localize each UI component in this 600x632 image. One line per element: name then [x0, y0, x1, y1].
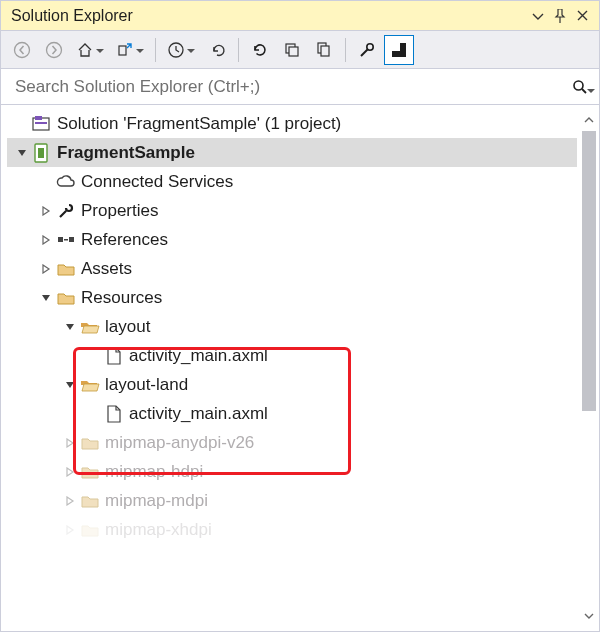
svg-rect-14	[35, 122, 47, 124]
search-bar	[1, 69, 599, 105]
tree-row-file[interactable]: activity_main.axml	[7, 399, 577, 428]
expander-expanded-icon[interactable]	[61, 318, 79, 336]
toolbar	[1, 31, 599, 69]
expander-collapsed-icon[interactable]	[37, 260, 55, 278]
svg-rect-5	[289, 47, 298, 56]
tree-label: Properties	[81, 201, 158, 221]
tree-row-file[interactable]: activity_main.axml	[7, 341, 577, 370]
titlebar: Solution Explorer	[1, 1, 599, 31]
tree-row-properties[interactable]: Properties	[7, 196, 577, 225]
solution-icon	[31, 113, 53, 135]
svg-rect-19	[64, 239, 68, 241]
scroll-down-icon[interactable]	[580, 607, 598, 625]
svg-point-1	[47, 42, 62, 57]
solution-explorer-panel: Solution Explorer	[0, 0, 600, 632]
sync-with-active-document-button[interactable]	[111, 35, 149, 65]
folder-icon	[55, 258, 77, 280]
pin-icon[interactable]	[549, 5, 571, 27]
expander-expanded-icon[interactable]	[61, 376, 79, 394]
tree-row-mipmap[interactable]: mipmap-xhdpi	[7, 515, 577, 544]
toolbar-separator	[238, 38, 239, 62]
svg-point-0	[15, 42, 30, 57]
cloud-icon	[55, 171, 77, 193]
tree-label: mipmap-hdpi	[105, 462, 203, 482]
tree-label: Assets	[81, 259, 132, 279]
expander-expanded-icon[interactable]	[37, 289, 55, 307]
window-position-icon[interactable]	[527, 5, 549, 27]
tree-row-solution[interactable]: Solution 'FragmentSample' (1 project)	[7, 109, 577, 138]
tree-label: mipmap-anydpi-v26	[105, 433, 254, 453]
solution-tree: Solution 'FragmentSample' (1 project) Fr…	[1, 109, 599, 544]
tree-label: FragmentSample	[57, 143, 195, 163]
collapse-all-button[interactable]	[277, 35, 307, 65]
tree-label: activity_main.axml	[129, 346, 268, 366]
tree-row-resources[interactable]: Resources	[7, 283, 577, 312]
tree-row-layout-land[interactable]: layout-land	[7, 370, 577, 399]
project-icon	[31, 142, 53, 164]
svg-rect-16	[38, 148, 44, 158]
refresh-button[interactable]	[245, 35, 275, 65]
tree-row-mipmap[interactable]: mipmap-anydpi-v26	[7, 428, 577, 457]
search-icon[interactable]	[567, 79, 593, 95]
tree-label: layout-land	[105, 375, 188, 395]
scrollbar-thumb[interactable]	[582, 131, 596, 411]
tree-label: Connected Services	[81, 172, 233, 192]
toolbar-separator	[345, 38, 346, 62]
svg-rect-18	[69, 237, 74, 242]
scroll-up-icon[interactable]	[580, 111, 598, 129]
pending-changes-filter-button[interactable]	[162, 35, 200, 65]
tree-label: References	[81, 230, 168, 250]
undo-button[interactable]	[202, 35, 232, 65]
show-all-files-button[interactable]	[309, 35, 339, 65]
tree-row-assets[interactable]: Assets	[7, 254, 577, 283]
expander-collapsed-icon[interactable]	[61, 492, 79, 510]
file-icon	[103, 403, 125, 425]
folder-icon	[79, 519, 101, 541]
svg-rect-17	[58, 237, 63, 242]
tree-label: layout	[105, 317, 150, 337]
tree-label: activity_main.axml	[129, 404, 268, 424]
folder-icon	[79, 432, 101, 454]
forward-button[interactable]	[39, 35, 69, 65]
tree-label: Solution 'FragmentSample' (1 project)	[57, 114, 341, 134]
back-button[interactable]	[7, 35, 37, 65]
svg-rect-2	[119, 46, 126, 55]
tree-row-layout[interactable]: layout	[7, 312, 577, 341]
svg-rect-7	[321, 46, 329, 56]
folder-icon	[55, 287, 77, 309]
folder-open-icon	[79, 316, 101, 338]
home-button[interactable]	[71, 35, 109, 65]
tree-row-references[interactable]: References	[7, 225, 577, 254]
panel-title: Solution Explorer	[11, 7, 527, 25]
tree-row-connected-services[interactable]: Connected Services	[7, 167, 577, 196]
svg-point-11	[574, 81, 583, 90]
svg-rect-13	[35, 116, 42, 120]
tree-row-mipmap[interactable]: mipmap-mdpi	[7, 486, 577, 515]
tree-label: Resources	[81, 288, 162, 308]
tree-row-mipmap[interactable]: mipmap-hdpi	[7, 457, 577, 486]
svg-point-8	[367, 43, 373, 49]
expander-collapsed-icon[interactable]	[61, 434, 79, 452]
svg-rect-10	[400, 43, 406, 51]
preview-selected-items-button[interactable]	[384, 35, 414, 65]
expander-collapsed-icon[interactable]	[61, 463, 79, 481]
toolbar-separator	[155, 38, 156, 62]
close-icon[interactable]	[571, 5, 593, 27]
folder-icon	[79, 461, 101, 483]
expander-collapsed-icon[interactable]	[37, 202, 55, 220]
tree-row-project[interactable]: FragmentSample	[7, 138, 577, 167]
tree-label: mipmap-mdpi	[105, 491, 208, 511]
references-icon	[55, 229, 77, 251]
properties-button[interactable]	[352, 35, 382, 65]
wrench-icon	[55, 200, 77, 222]
expander-collapsed-icon[interactable]	[61, 521, 79, 539]
file-icon	[103, 345, 125, 367]
folder-icon	[79, 490, 101, 512]
search-input[interactable]	[13, 76, 567, 98]
tree-area: Solution 'FragmentSample' (1 project) Fr…	[1, 105, 599, 631]
expander-collapsed-icon[interactable]	[37, 231, 55, 249]
expander-expanded-icon[interactable]	[13, 144, 31, 162]
folder-open-icon	[79, 374, 101, 396]
svg-rect-9	[392, 51, 406, 57]
vertical-scrollbar[interactable]	[580, 111, 598, 625]
